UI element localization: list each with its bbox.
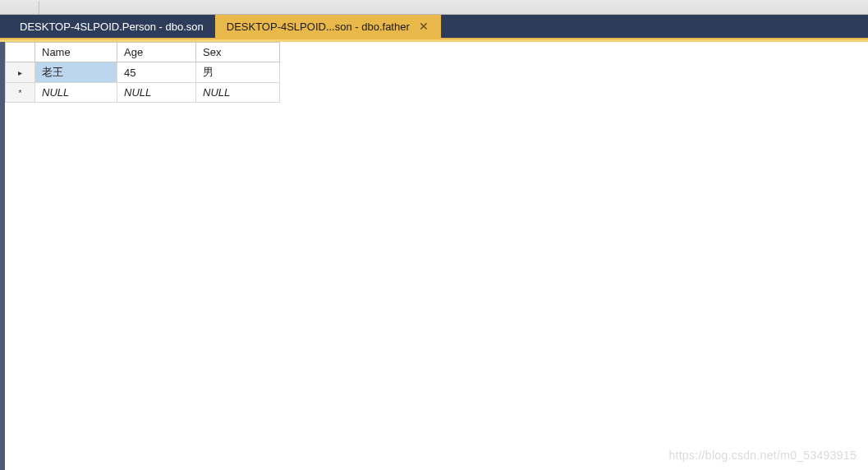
- cell-age[interactable]: NULL: [117, 83, 196, 103]
- tab-bar: DESKTOP-4SLPOID.Person - dbo.son DESKTOP…: [0, 15, 868, 39]
- header-row: Name Age Sex: [6, 43, 280, 62]
- grid-corner[interactable]: [6, 43, 35, 62]
- column-header-sex[interactable]: Sex: [196, 43, 280, 62]
- close-icon[interactable]: ✕: [418, 21, 429, 32]
- table-row[interactable]: * NULL NULL NULL: [6, 83, 280, 103]
- row-indicator[interactable]: ▸: [6, 62, 35, 83]
- cell-sex[interactable]: 男: [196, 62, 280, 83]
- cell-sex[interactable]: NULL: [196, 83, 280, 103]
- data-grid[interactable]: Name Age Sex ▸ 老王 45 男 * NULL NULL NULL: [5, 42, 280, 103]
- grid-body: ▸ 老王 45 男 * NULL NULL NULL: [6, 62, 280, 103]
- cell-age[interactable]: 45: [117, 62, 196, 83]
- row-indicator[interactable]: *: [6, 83, 35, 103]
- column-header-name[interactable]: Name: [35, 43, 117, 62]
- cell-name[interactable]: 老王: [35, 62, 117, 83]
- watermark: https://blog.csdn.net/m0_53493915: [668, 449, 857, 462]
- data-grid-container: Name Age Sex ▸ 老王 45 男 * NULL NULL NULL: [5, 42, 280, 470]
- tab-dbo-father[interactable]: DESKTOP-4SLPOID...son - dbo.father ✕: [215, 15, 441, 38]
- tab-label: DESKTOP-4SLPOID...son - dbo.father: [227, 21, 410, 33]
- tab-dbo-son[interactable]: DESKTOP-4SLPOID.Person - dbo.son: [8, 15, 215, 38]
- content-area: Name Age Sex ▸ 老王 45 男 * NULL NULL NULL: [0, 42, 868, 470]
- toolbar-divider: [15, 1, 39, 14]
- cell-name[interactable]: NULL: [35, 83, 117, 103]
- tab-label: DESKTOP-4SLPOID.Person - dbo.son: [20, 21, 204, 33]
- toolbar-fragment: [0, 0, 868, 15]
- table-row[interactable]: ▸ 老王 45 男: [6, 62, 280, 83]
- column-header-age[interactable]: Age: [117, 43, 196, 62]
